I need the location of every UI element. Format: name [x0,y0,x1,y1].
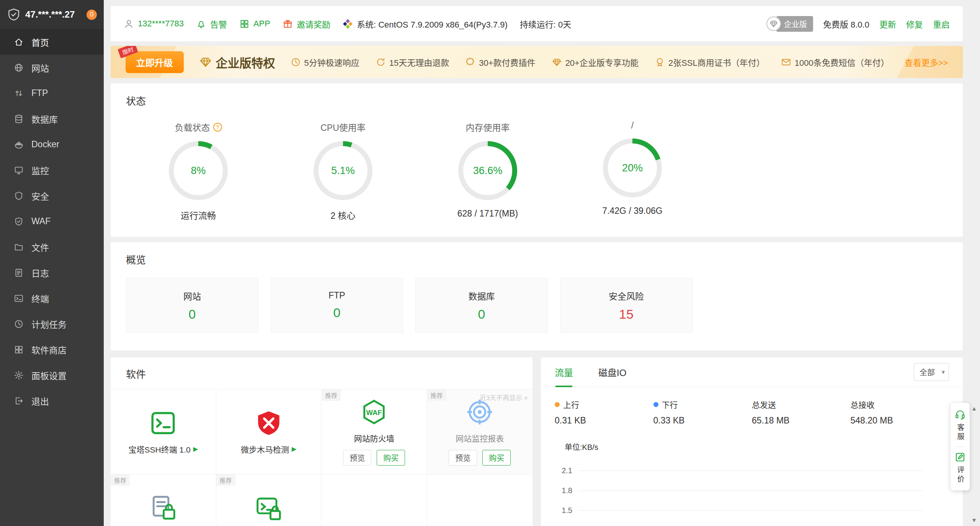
software-cell-empty [427,474,533,526]
alarm-label: 告警 [210,18,227,30]
scroll-down-button[interactable]: ▼ [971,517,977,523]
help-icon[interactable]: ? [213,123,222,132]
sidebar-item-website[interactable]: 网站 [0,55,104,80]
update-link[interactable]: 更新 [879,18,896,30]
sidebar-item-label: 日志 [31,266,49,279]
overview-box-databases[interactable]: 数据库0 [415,278,548,333]
enterprise-label: 企业版 [776,16,813,32]
sidebar-header: 47.***.***.27 0 [0,0,104,29]
gauge-sub: 2 核心 [330,208,355,221]
software-cell-tamper-proof[interactable]: 推荐堡塔企业级防篡改 [111,474,216,526]
docker-icon [14,140,24,150]
main-content: 132****7783 告警 APP 邀请奖励 系统: CentOS 7.9.2… [104,0,980,526]
sidebar-item-label: WAF [31,216,51,226]
software-cell-intrusion[interactable]: 推荐堡塔防入侵 [216,474,322,526]
sidebar-item-label: 软件商店 [31,343,67,356]
panel-version: 免费版 8.0.0 [823,18,869,30]
promo-item-label: 20+企业版专享功能 [565,56,639,68]
tab-diskio[interactable]: 磁盘IO [598,357,626,387]
sidebar-item-appstore[interactable]: 软件商店 [0,337,104,362]
app-link[interactable]: APP [239,19,270,29]
sidebar-item-settings[interactable]: 面板设置 [0,362,104,388]
sidebar-item-terminal[interactable]: 终端 [0,285,104,311]
software-cell-empty [322,474,427,526]
scroll-up-button[interactable]: ▲ [971,405,977,411]
sidebar-item-security[interactable]: 安全 [0,183,104,208]
sidebar-item-logout[interactable]: 退出 [0,388,104,414]
customer-service-icon [954,409,966,420]
review-button[interactable]: 评价 [954,451,966,484]
recommend-tag: 推荐 [427,389,446,401]
medal-icon [655,57,665,67]
promo-item-label: 2张SSL商用证书（年付） [668,56,765,68]
alarm-link[interactable]: 告警 [196,18,227,30]
logout-icon [14,396,24,406]
software-cell-ssh-terminal[interactable]: 宝塔SSH终端 1.0▶ [111,389,216,474]
cron-icon [14,319,24,329]
gauge-ring: 20% [603,138,662,197]
threatbook-icon [255,409,283,437]
sidebar: 47.***.***.27 0 首页网站FTP数据库Docker监控安全WAF文… [0,0,104,526]
play-icon[interactable]: ▶ [193,445,198,453]
overview-box-security-risk[interactable]: 安全风险15 [560,278,693,333]
chart-gridline-row: 1.8 [555,480,949,500]
software-cell-threatbook[interactable]: 微步木马检测▶ [216,389,322,474]
preview-button[interactable]: 预览 [343,450,371,466]
sidebar-item-cron[interactable]: 计划任务 [0,311,104,337]
buy-button[interactable]: 购买 [377,450,405,466]
sidebar-item-home[interactable]: 首页 [0,29,104,55]
preview-button[interactable]: 预览 [449,450,477,466]
system-info: 系统: CentOS 7.9.2009 x86_64(Py3.7.9) [343,18,508,30]
repair-link[interactable]: 修复 [906,18,923,30]
gauge-memory: 内存使用率36.6%628 / 1717(MB) [415,121,560,221]
software-cell-waf-plugin[interactable]: 推荐WAF网站防火墙预览购买 [322,389,427,474]
software-name: 网站防火墙 [354,432,394,444]
play-icon[interactable]: ▶ [292,445,296,453]
monitor-icon [14,165,24,175]
sidebar-item-label: Docker [31,139,59,150]
invite-link[interactable]: 邀请奖励 [283,18,330,30]
stat-label: 总发送 [752,399,851,410]
intrusion-icon [255,494,283,522]
sidebar-item-waf[interactable]: WAF [0,208,104,234]
home-icon [14,37,24,47]
invite-label: 邀请奖励 [297,18,330,30]
overview-value: 0 [478,307,485,322]
restart-link[interactable]: 重启 [933,18,950,30]
sidebar-item-logs[interactable]: 日志 [0,260,104,285]
promo-item-label: 5分钟极速响应 [304,56,359,68]
sidebar-item-files[interactable]: 文件 [0,234,104,260]
sidebar-item-label: 网站 [31,61,49,74]
overview-box-ftp[interactable]: FTP0 [271,278,403,333]
sidebar-item-docker[interactable]: Docker [0,132,104,157]
customer-service-button[interactable]: 客服 [954,409,966,442]
traffic-stat-up: 上行0.31 KB [555,399,653,426]
upgrade-now-button[interactable]: 限时 立即升级 [126,51,184,73]
sidebar-item-label: 数据库 [31,112,58,125]
topbar-right: 企业版 免费版 8.0.0 更新 修复 重启 [766,16,950,32]
y-axis-tick: 1.5 [555,506,578,515]
sidebar-item-database[interactable]: 数据库 [0,106,104,132]
user-account[interactable]: 132****7783 [124,19,184,29]
overview-value: 0 [189,307,196,322]
see-more-link[interactable]: 查看更多>> [905,56,948,68]
sidebar-item-ftp[interactable]: FTP [0,80,104,106]
sidebar-item-label: 面板设置 [31,369,67,382]
website-icon [14,63,24,73]
traffic-chart: 单位:KB/s 2.11.81.51.2 [541,428,963,526]
buy-button[interactable]: 购买 [482,450,511,466]
stat-label: 下行 [653,399,752,410]
software-cell-monitor-report[interactable]: 推荐近3天不再显示 ×网站监控报表预览购买 [427,389,533,474]
sidebar-item-monitor[interactable]: 监控 [0,157,104,183]
bell-icon [196,19,206,29]
promo-item-response: 5分钟极速响应 [291,56,359,68]
security-icon [14,191,24,201]
enterprise-badge[interactable]: 企业版 [766,16,813,32]
chart-grid: 2.11.81.51.2 [555,461,949,526]
message-count-badge[interactable]: 0 [87,10,97,20]
overview-box-sites[interactable]: 网站0 [126,278,258,333]
tab-traffic[interactable]: 流量 [555,357,573,387]
traffic-filter-select[interactable]: 全部 ▾ [914,363,949,381]
promo-item-label: 30+款付费插件 [479,56,535,68]
customer-service-label: 客服 [955,423,965,442]
